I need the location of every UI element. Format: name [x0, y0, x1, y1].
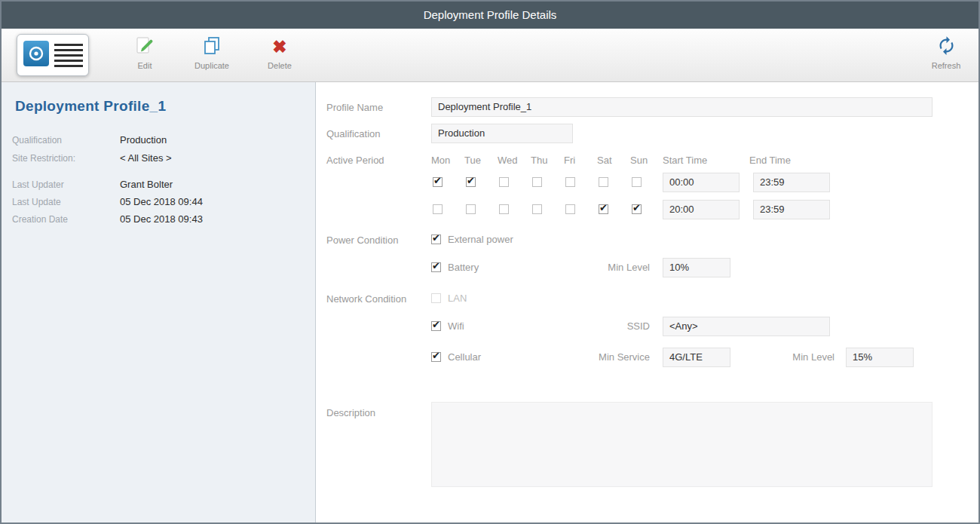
battery-min-level-label: Min Level [574, 262, 650, 273]
deployment-profile-details-window: Deployment Profile Details [0, 0, 980, 524]
external-power-checkbox[interactable] [431, 234, 441, 244]
start-time-input-row-2[interactable]: 20:00 [663, 200, 740, 219]
min-service-input[interactable]: 4G/LTE [663, 348, 730, 367]
refresh-button[interactable]: Refresh [923, 35, 969, 76]
day-checkbox-tue-row-2[interactable] [466, 204, 476, 214]
profile-logo-icon [23, 41, 49, 69]
active-period-day-header-sat: Sat [597, 155, 612, 166]
min-service-label: Min Service [574, 351, 650, 363]
active-period-day-header-sun: Sun [630, 155, 648, 166]
duplicate-icon [189, 35, 234, 60]
day-checkbox-mon-row-1[interactable] [433, 177, 443, 187]
edit-icon [122, 35, 167, 60]
toolbar: Edit Duplicate ✖ Delete Refresh [2, 29, 978, 82]
sidebar-site-restriction-value: < All Sites > [120, 152, 172, 164]
last-updater-value: Grant Bolter [120, 179, 173, 190]
end-time-input-row-1[interactable]: 23:59 [753, 173, 830, 192]
sidebar-qualification-label: Qualification [12, 135, 62, 146]
day-checkbox-fri-row-1[interactable] [565, 177, 575, 187]
day-checkbox-sat-row-2[interactable] [599, 204, 608, 214]
wifi-checkbox[interactable] [431, 321, 441, 331]
lan-checkbox[interactable] [431, 293, 441, 303]
last-updater-label: Last Updater [12, 179, 64, 190]
cellular-min-level-label: Min Level [759, 351, 835, 363]
active-period-day-header-wed: Wed [498, 155, 518, 166]
day-checkbox-fri-row-2[interactable] [565, 204, 575, 214]
sidebar-qualification-value: Production [120, 134, 167, 146]
battery-checkbox[interactable] [431, 262, 441, 272]
day-checkbox-sun-row-2[interactable] [632, 204, 642, 214]
external-power-checkbox-label: External power [448, 234, 513, 245]
window-title-bar: Deployment Profile Details [2, 2, 978, 29]
duplicate-button-label: Duplicate [189, 61, 234, 70]
battery-checkbox-label: Battery [448, 262, 479, 273]
day-checkbox-wed-row-2[interactable] [499, 204, 509, 214]
active-period-day-header-thu: Thu [531, 155, 547, 166]
wifi-checkbox-label: Wifi [448, 320, 464, 332]
battery-min-level-input[interactable]: 10% [663, 258, 730, 277]
day-checkbox-sun-row-1[interactable] [632, 177, 642, 187]
last-update-value: 05 Dec 2018 09:44 [120, 196, 203, 207]
day-checkbox-mon-row-2[interactable] [433, 204, 443, 214]
profile-summary-panel: Deployment Profile_1 Qualification Produ… [2, 82, 316, 522]
creation-date-label: Creation Date [12, 214, 68, 225]
cellular-checkbox-label: Cellular [448, 351, 481, 363]
delete-button-label: Delete [257, 61, 302, 70]
active-period-day-header-mon: Mon [431, 155, 450, 166]
refresh-button-label: Refresh [923, 61, 969, 70]
ssid-label: SSID [574, 320, 650, 332]
app-logo [17, 34, 89, 76]
sidebar-site-restriction-label: Site Restriction: [12, 153, 75, 164]
power-condition-label: Power Condition [326, 234, 398, 246]
duplicate-button[interactable]: Duplicate [189, 35, 234, 76]
creation-date-value: 05 Dec 2018 09:43 [120, 213, 203, 225]
day-checkbox-tue-row-1[interactable] [466, 177, 476, 187]
day-checkbox-sat-row-1[interactable] [599, 177, 608, 187]
document-lines-icon [54, 44, 83, 67]
active-period-day-header-tue: Tue [464, 155, 481, 166]
delete-icon: ✖ [257, 35, 302, 60]
edit-button-label: Edit [122, 61, 167, 70]
profile-detail-form: Profile Name Deployment Profile_1 Qualif… [317, 82, 978, 522]
cellular-min-level-input[interactable]: 15% [846, 348, 914, 367]
active-period-day-header-fri: Fri [564, 155, 575, 166]
profile-title: Deployment Profile_1 [15, 98, 166, 115]
description-label: Description [326, 407, 375, 418]
start-time-input-row-1[interactable]: 00:00 [663, 173, 740, 192]
day-checkbox-thu-row-2[interactable] [532, 204, 542, 214]
refresh-icon [923, 35, 969, 60]
cellular-checkbox[interactable] [431, 352, 441, 362]
end-time-input-row-2[interactable]: 23:59 [753, 200, 830, 219]
window-title: Deployment Profile Details [424, 8, 557, 21]
day-checkbox-wed-row-1[interactable] [499, 177, 509, 187]
lan-checkbox-label: LAN [448, 293, 467, 304]
ssid-input[interactable]: <Any> [663, 317, 830, 336]
delete-button[interactable]: ✖ Delete [257, 35, 302, 76]
network-condition-label: Network Condition [326, 293, 406, 305]
edit-button[interactable]: Edit [122, 35, 167, 76]
last-update-label: Last Update [12, 197, 61, 207]
day-checkbox-thu-row-1[interactable] [532, 177, 542, 187]
description-textarea[interactable] [431, 402, 933, 487]
